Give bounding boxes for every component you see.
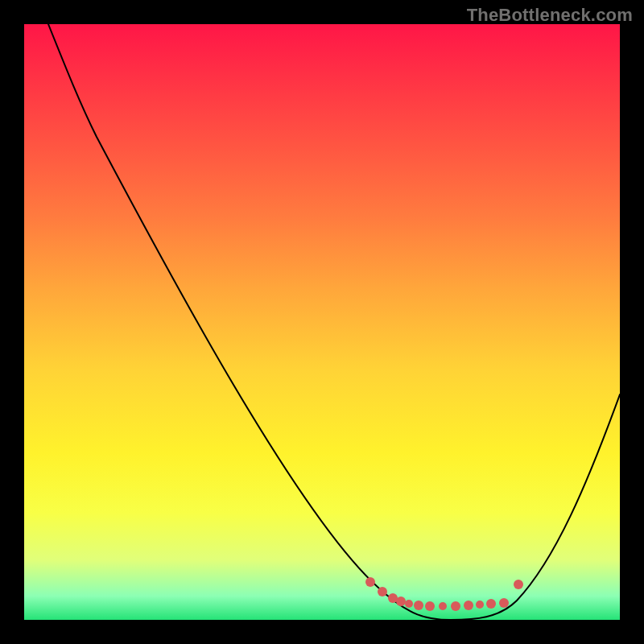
- optimal-zone-dots: [365, 577, 523, 611]
- plot-area: [24, 24, 620, 620]
- svg-point-1: [378, 587, 387, 597]
- svg-point-11: [486, 599, 496, 609]
- svg-point-0: [365, 577, 375, 587]
- svg-point-8: [451, 601, 460, 611]
- svg-point-5: [414, 601, 423, 610]
- svg-point-6: [425, 601, 435, 611]
- svg-point-7: [439, 602, 447, 610]
- svg-point-3: [396, 597, 406, 606]
- chart-container: TheBottleneck.com: [0, 0, 644, 644]
- watermark-text: TheBottleneck.com: [467, 5, 633, 26]
- svg-point-10: [476, 601, 484, 609]
- svg-point-4: [405, 600, 413, 608]
- svg-point-13: [514, 580, 523, 589]
- svg-point-12: [499, 598, 509, 608]
- bottleneck-curve: [48, 24, 620, 620]
- svg-point-9: [464, 601, 473, 610]
- curve-overlay: [24, 24, 620, 620]
